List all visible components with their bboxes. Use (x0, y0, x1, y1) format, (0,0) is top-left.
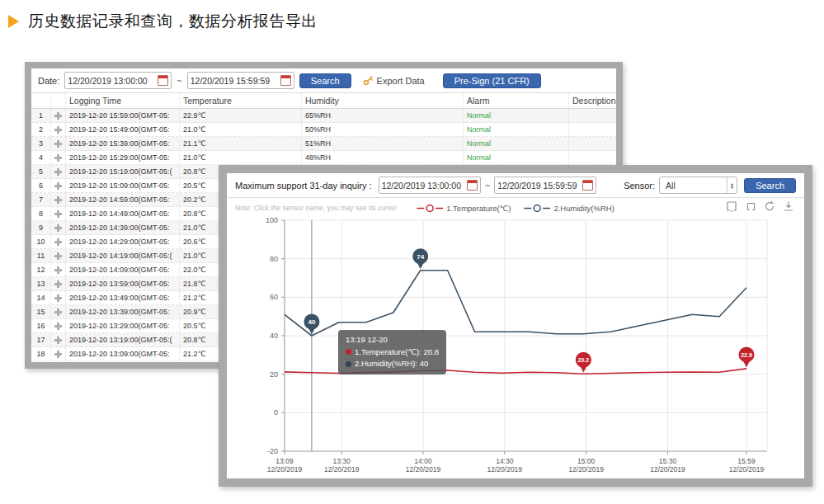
zoom-reset-icon[interactable] (745, 200, 756, 212)
svg-text:14:00: 14:00 (414, 457, 432, 465)
chart-date-to-field (494, 177, 596, 194)
svg-text:12/20/2019: 12/20/2019 (650, 465, 685, 473)
record-icon (51, 305, 66, 318)
save-image-icon[interactable] (783, 200, 794, 212)
chart-plot-area[interactable]: 100806040200-2013:0912/20/201913:3012/20… (227, 218, 804, 478)
line-chart: 100806040200-2013:0912/20/201913:3012/20… (227, 218, 804, 478)
temperature-cell: 21.0℃ (180, 151, 302, 164)
svg-text:15:59: 15:59 (737, 457, 756, 465)
legend-item[interactable]: 1.Temperature(℃) (417, 204, 511, 213)
record-icon (51, 235, 66, 248)
record-icon (51, 319, 66, 332)
chart-note: Note: Click the sensor name, you may see… (235, 204, 397, 212)
search-button[interactable]: Search (299, 73, 351, 88)
svg-text:12/20/2019: 12/20/2019 (406, 465, 441, 473)
svg-text:22.9: 22.9 (741, 352, 752, 358)
temperature-cell: 21.0℃ (180, 123, 302, 136)
row-index: 7 (31, 193, 51, 206)
calendar-icon[interactable] (467, 180, 478, 191)
logging-time-cell: 2019-12-20 15:29:00(GMT-05: (66, 151, 180, 164)
table-row[interactable]: 12019-12-20 15:59:00(GMT-05:22.9℃65%RHNo… (31, 109, 616, 123)
row-index: 2 (31, 123, 51, 136)
col-header-humidity: Humidity (302, 93, 464, 108)
legend-item[interactable]: 2.Humidity(%RH) (524, 204, 614, 213)
date-from-input[interactable] (68, 76, 155, 86)
logging-time-cell: 2019-12-20 13:29:00(GMT-05: (66, 319, 180, 332)
svg-text:14:30: 14:30 (496, 457, 514, 465)
presign-button[interactable]: Pre-Sign (21 CFR) (443, 73, 541, 88)
svg-text:80: 80 (270, 255, 278, 263)
col-header-icon (51, 93, 66, 108)
row-index: 5 (31, 165, 51, 178)
svg-text:12/20/2019: 12/20/2019 (324, 465, 360, 473)
description-cell (569, 137, 616, 150)
restore-icon[interactable] (764, 200, 775, 212)
record-icon (51, 277, 66, 290)
logging-time-cell: 2019-12-20 14:49:00(GMT-05: (66, 207, 180, 220)
export-data-button[interactable]: Export Data (363, 75, 425, 86)
svg-text:12/20/2019: 12/20/2019 (487, 465, 523, 473)
row-index: 16 (31, 319, 51, 332)
humidity-cell: 48%RH (302, 151, 464, 164)
table-toolbar: Date: ~ Search Export Data Pre-Sign (21 … (31, 68, 616, 93)
table-row[interactable]: 42019-12-20 15:29:00(GMT-05:21.0℃48%RHNo… (31, 151, 616, 165)
row-index: 18 (31, 347, 51, 360)
logging-time-cell: 2019-12-20 14:29:00(GMT-05: (66, 235, 180, 248)
date-to-input[interactable] (191, 76, 278, 86)
bullet-triangle-icon (8, 15, 19, 28)
logging-time-cell: 2019-12-20 13:39:00(GMT-05: (66, 305, 180, 318)
logging-time-cell: 2019-12-20 15:39:00(GMT-05: (66, 137, 180, 150)
record-icon (51, 263, 66, 276)
logging-time-cell: 2019-12-20 13:49:00(GMT-05: (66, 291, 180, 304)
record-icon (51, 151, 66, 164)
record-icon (51, 137, 66, 150)
svg-text:60: 60 (270, 293, 278, 301)
chart-date-from-input[interactable] (382, 181, 464, 191)
table-row[interactable]: 32019-12-20 15:39:00(GMT-05:21.1℃51%RHNo… (31, 137, 616, 151)
export-data-label: Export Data (377, 76, 425, 86)
zoom-box-icon[interactable] (726, 200, 737, 212)
description-cell (569, 151, 616, 164)
row-index: 15 (31, 305, 51, 318)
record-icon (51, 333, 66, 346)
calendar-icon[interactable] (158, 75, 168, 86)
temperature-cell: 21.1℃ (180, 137, 302, 150)
calendar-icon[interactable] (280, 75, 291, 86)
svg-text:12/20/2019: 12/20/2019 (267, 465, 303, 473)
record-icon (51, 109, 66, 122)
calendar-icon[interactable] (582, 180, 593, 191)
humidity-cell: 50%RH (302, 123, 464, 136)
legend: 1.Temperature(℃)2.Humidity(%RH) (417, 204, 614, 213)
logging-time-cell: 2019-12-20 13:09:00(GMT-05: (66, 347, 180, 360)
col-header-index (31, 93, 51, 108)
svg-text:74: 74 (417, 253, 424, 261)
logging-time-cell: 2019-12-20 15:19:00(GMT-05:( (66, 165, 180, 178)
alarm-cell: Normal (464, 109, 569, 122)
svg-text:40: 40 (270, 332, 278, 340)
logging-time-cell: 2019-12-20 14:59:00(GMT-05: (66, 193, 180, 206)
row-index: 3 (31, 137, 51, 150)
col-header-alarm: Alarm (464, 93, 569, 108)
logging-time-cell: 2019-12-20 14:09:00(GMT-05: (66, 263, 180, 276)
key-icon (363, 75, 374, 86)
svg-text:13:09: 13:09 (275, 457, 294, 465)
description-cell (569, 109, 616, 122)
chart-toolbox (726, 200, 794, 212)
svg-text:13:30: 13:30 (333, 457, 351, 465)
chart-date-from-field (379, 177, 481, 194)
page-title: 历史数据记录和查询，数据分析报告导出 (28, 11, 318, 32)
humidity-cell: 51%RH (302, 137, 464, 150)
sensor-select-value: All (666, 181, 676, 191)
alarm-cell: Normal (464, 151, 569, 164)
record-icon (51, 179, 66, 192)
chart-date-to-input[interactable] (497, 181, 580, 191)
row-index: 11 (31, 249, 51, 262)
svg-text:40: 40 (308, 318, 315, 326)
row-index: 6 (31, 179, 51, 192)
logging-time-cell: 2019-12-20 15:49:00(GMT-05: (66, 123, 180, 136)
alarm-cell: Normal (464, 123, 569, 136)
table-row[interactable]: 22019-12-20 15:49:00(GMT-05:21.0℃50%RHNo… (31, 123, 616, 137)
chart-search-button[interactable]: Search (744, 178, 796, 193)
sensor-select[interactable]: All ▲▼ (659, 177, 737, 194)
legend-marker-icon (417, 204, 443, 212)
